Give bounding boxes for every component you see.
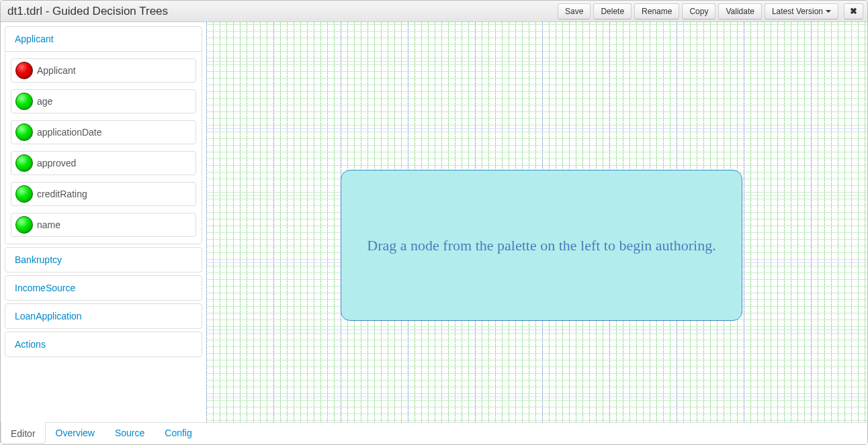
field-node-icon — [15, 93, 33, 110]
tab-config[interactable]: Config — [155, 422, 202, 444]
field-node-icon — [15, 185, 33, 203]
version-label: Latest Version — [772, 7, 823, 16]
copy-button[interactable]: Copy — [682, 3, 715, 19]
tab-overview[interactable]: Overview — [46, 422, 105, 444]
palette-node[interactable]: name — [11, 213, 196, 237]
palette-node[interactable]: age — [11, 89, 196, 113]
header-bar: dt1.tdrl - Guided Decision Trees Save De… — [1, 1, 867, 22]
palette-section-header[interactable]: Actions — [5, 332, 202, 356]
palette-node-label: age — [37, 96, 52, 107]
footer-tabs: EditorOverviewSourceConfig — [1, 422, 867, 444]
palette-sidebar: ApplicantApplicantageapplicationDateappr… — [1, 22, 206, 422]
validate-button[interactable]: Validate — [718, 3, 761, 19]
delete-button[interactable]: Delete — [593, 3, 632, 19]
version-dropdown[interactable]: Latest Version — [765, 3, 838, 19]
caret-down-icon — [826, 10, 831, 13]
field-node-icon — [15, 123, 33, 141]
palette-section: LoanApplication — [5, 303, 202, 329]
palette-section-body: ApplicantageapplicationDateapprovedcredi… — [5, 51, 202, 244]
palette-node[interactable]: creditRating — [11, 182, 196, 206]
palette-panel-group: ApplicantApplicantageapplicationDateappr… — [5, 26, 202, 357]
palette-section-header[interactable]: LoanApplication — [5, 304, 202, 328]
palette-node-label: Applicant — [37, 65, 76, 76]
field-node-icon — [15, 216, 33, 234]
palette-node-label: creditRating — [37, 189, 87, 199]
palette-section-header[interactable]: Applicant — [5, 27, 202, 51]
canvas-area[interactable]: Drag a node from the palette on the left… — [206, 22, 867, 422]
palette-section: ApplicantApplicantageapplicationDateappr… — [5, 26, 202, 244]
tab-source[interactable]: Source — [105, 422, 155, 444]
palette-node-label: applicationDate — [37, 127, 102, 138]
palette-section: Bankruptcy — [5, 247, 202, 273]
close-button[interactable]: ✖ — [844, 3, 863, 19]
palette-section: Actions — [5, 332, 202, 357]
palette-node[interactable]: applicationDate — [11, 120, 196, 144]
palette-node-label: name — [37, 219, 60, 230]
canvas-hint: Drag a node from the palette on the left… — [341, 170, 742, 321]
save-button[interactable]: Save — [558, 3, 591, 19]
palette-section-header[interactable]: Bankruptcy — [5, 248, 202, 272]
field-node-icon — [15, 154, 33, 172]
palette-section-header[interactable]: IncomeSource — [5, 276, 202, 300]
palette-node-label: approved — [37, 158, 76, 168]
window-title: dt1.tdrl - Guided Decision Trees — [7, 5, 558, 18]
palette-node[interactable]: approved — [11, 151, 196, 175]
type-node-icon — [15, 62, 33, 79]
content-area: ApplicantApplicantageapplicationDateappr… — [1, 22, 867, 422]
palette-section: IncomeSource — [5, 275, 202, 301]
tab-editor[interactable]: Editor — [1, 422, 46, 444]
rename-button[interactable]: Rename — [634, 3, 679, 19]
header-buttons: Save Delete Rename Copy Validate Latest … — [558, 3, 863, 19]
palette-node[interactable]: Applicant — [11, 58, 196, 83]
editor-window: dt1.tdrl - Guided Decision Trees Save De… — [0, 0, 868, 445]
